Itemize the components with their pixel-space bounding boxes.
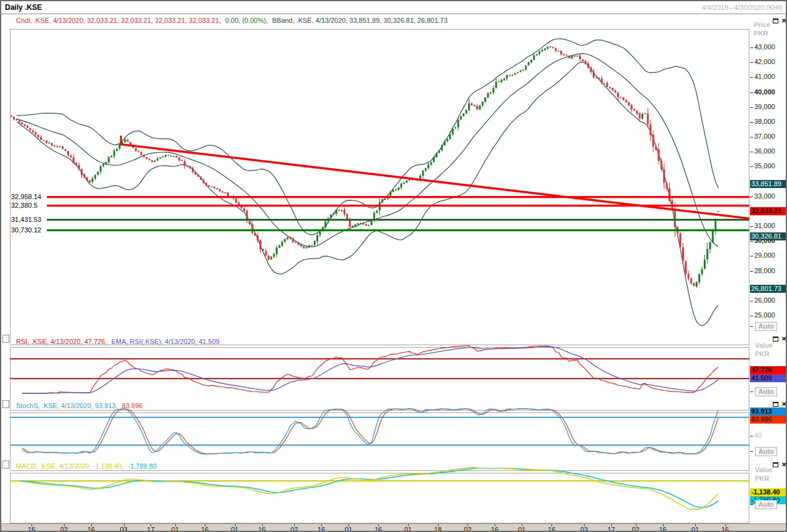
- main-legend-text: BBand, .KSE, 4/13/2020, 33,851.89, 30,32…: [272, 17, 447, 24]
- rsi-legend-text: RSI, .KSE, 4/13/2020, 47.726,: [16, 338, 107, 345]
- stochastics-axis-badge: 83.996: [750, 415, 787, 424]
- chart-area: Cndl, .KSE, 4/13/2020, 32,033.21, 32,033…: [1, 14, 786, 526]
- rsi-auto-scale-button[interactable]: Auto: [755, 387, 777, 396]
- price-axis-tick-dash: [750, 197, 753, 197]
- time-axis-day-label: 16: [88, 526, 95, 532]
- stochastics-axis-tick: 40: [754, 432, 762, 439]
- macd-close-icon[interactable]: ✕: [781, 462, 786, 468]
- price-axis-tick: 37,000: [754, 133, 775, 140]
- support-resistance-label: 32,380.5: [11, 202, 39, 209]
- time-axis-day-label: 16: [258, 526, 265, 532]
- price-axis-badge: 26,801.73: [750, 285, 787, 293]
- price-axis-tick-dash: [750, 137, 753, 137]
- price-axis-badge: 32,033.21: [750, 207, 787, 215]
- rsi-axis-title: Value: [755, 342, 773, 349]
- macd-panel-grip[interactable]: [2, 460, 9, 469]
- time-axis-day-label: 02: [464, 526, 471, 532]
- price-axis-tick-dash: [750, 316, 753, 316]
- stochastics-axis-tick-dash: [750, 436, 753, 436]
- price-chart-canvas[interactable]: [10, 29, 749, 345]
- price-axis-tick: 31,000: [754, 222, 775, 229]
- rsi-panel-grip[interactable]: [2, 335, 9, 343]
- time-axis-day-label: 01: [231, 526, 238, 532]
- date-range-label: 4/4/2019 - 4/30/2020 (KHI): [702, 4, 782, 11]
- price-axis-tick: 42,000: [754, 58, 775, 65]
- price-axis-tick-dash: [750, 271, 753, 272]
- stochastics-auto-scale-button[interactable]: Auto: [755, 447, 777, 456]
- macd-axis-title: Value: [755, 466, 773, 473]
- time-axis-day-label: 16: [659, 526, 666, 532]
- time-axis-day-label: 02: [60, 526, 68, 532]
- rsi-axis-badge: 47.726: [750, 366, 787, 374]
- time-axis-day-label: 01: [691, 526, 699, 532]
- price-axis-tick: 29,000: [754, 252, 775, 259]
- chart-title: Daily .KSE: [5, 3, 42, 12]
- price-axis-tick-dash: [750, 107, 753, 108]
- price-axis-tick: 41,000: [754, 73, 775, 80]
- rsi-axis-title: PKR: [755, 350, 769, 358]
- time-axis-day-label: 17: [608, 526, 615, 532]
- time-axis-day-label: 03: [120, 526, 127, 532]
- price-axis-title: Price: [754, 21, 770, 28]
- price-axis-tick: 36,000: [754, 147, 775, 155]
- stochastics-close-icon[interactable]: ✕: [781, 401, 786, 407]
- price-axis-tick: 38,000: [754, 118, 775, 125]
- time-axis-day-label: 16: [491, 526, 498, 532]
- macd-legend-text: MACD, .KSE, 4/13/2020, -1,138.40,: [16, 462, 123, 470]
- price-axis-tick-dash: [750, 92, 753, 93]
- price-axis-tick-dash: [750, 256, 753, 256]
- macd-legend-text: -1,789.80: [128, 462, 156, 470]
- price-axis-badge: 30,326.81: [750, 232, 787, 240]
- stochastics-panel-grip[interactable]: [2, 400, 9, 408]
- price-close-icon[interactable]: ✕: [781, 18, 786, 24]
- rsi-maximize-icon[interactable]: [773, 337, 778, 342]
- chart-window: Daily .KSE 4/4/2019 - 4/30/2020 (KHI) Cn…: [0, 0, 787, 532]
- time-axis-day-label: 16: [721, 526, 728, 532]
- price-axis-tick: 43,000: [754, 43, 775, 51]
- rsi-axis-auto-dash: [750, 391, 753, 392]
- macd-maximize-icon[interactable]: [773, 462, 778, 467]
- price-axis-tick: 35,000: [754, 162, 775, 170]
- price-axis-tick: 39,000: [754, 103, 775, 110]
- time-axis-day-label: 03: [580, 526, 588, 532]
- stochastics-axis-auto-dash: [750, 451, 753, 452]
- window-resize-bar: [1, 523, 786, 531]
- price-axis-tick: 28,000: [754, 267, 775, 274]
- time-axis-day-label: 01: [404, 526, 411, 532]
- time-axis-day-label: 18: [434, 526, 442, 532]
- macd-axis-title: PKR: [755, 475, 769, 482]
- support-resistance-label: 31,431.53: [11, 216, 43, 223]
- time-axis-day-label: 01: [518, 526, 525, 532]
- time-axis-day-label: 16: [548, 526, 555, 532]
- rsi-close-icon[interactable]: ✕: [781, 336, 786, 342]
- price-maximize-icon[interactable]: [773, 18, 778, 23]
- rsi-legend[interactable]: RSI, .KSE, 4/13/2020, 47.726,EMA, RSI(.K…: [16, 338, 224, 345]
- price-axis-tick-dash: [750, 241, 753, 242]
- support-resistance-label: 30,730.12: [11, 226, 43, 234]
- price-legend[interactable]: Cndl, .KSE, 4/13/2020, 32,033.21, 32,033…: [16, 17, 452, 24]
- macd-chart-canvas[interactable]: [10, 473, 749, 523]
- price-axis-tick-dash: [750, 62, 753, 63]
- price-auto-scale-button[interactable]: Auto: [755, 322, 777, 331]
- rsi-legend-text: EMA, RSI(.KSE), 4/13/2020, 41.509: [111, 338, 219, 345]
- time-axis-day-label: 16: [28, 526, 35, 532]
- stochastics-legend[interactable]: StochS, .KSE, 4/13/2020, 93.913,83.996: [16, 402, 147, 409]
- macd-legend[interactable]: MACD, .KSE, 4/13/2020, -1,138.40,-1,789.…: [16, 462, 161, 470]
- support-resistance-label: 32,958.14: [11, 193, 43, 200]
- stochastics-axis-badge: 93.913: [750, 407, 787, 415]
- rsi-chart-canvas[interactable]: [10, 347, 749, 411]
- price-axis-auto-dash: [750, 326, 753, 327]
- price-axis-badge: 33,851.89: [750, 180, 787, 188]
- price-axis-tick: 33,000: [754, 192, 775, 200]
- stoch-legend-text: StochS, .KSE, 4/13/2020, 93.913,: [16, 402, 118, 409]
- macd-axis-auto-dash: [750, 504, 753, 505]
- price-axis-tick-dash: [750, 226, 753, 227]
- time-axis-day-label: 16: [318, 526, 325, 532]
- time-axis-day-label: 01: [171, 526, 179, 532]
- time-axis-day-label: 17: [147, 526, 154, 532]
- macd-auto-scale-button[interactable]: Auto: [755, 500, 777, 509]
- time-axis-day-label: 16: [201, 526, 208, 532]
- stochastics-maximize-icon[interactable]: [773, 402, 778, 407]
- titlebar: Daily .KSE 4/4/2019 - 4/30/2020 (KHI): [1, 1, 786, 14]
- time-axis-day-label: 02: [632, 526, 639, 532]
